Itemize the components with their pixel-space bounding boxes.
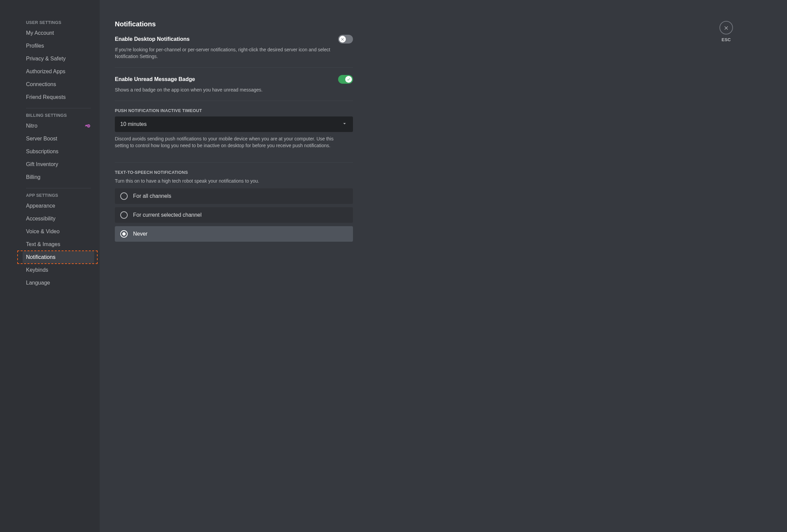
sidebar-item-label: Text & Images — [26, 241, 60, 248]
sidebar-item-my-account[interactable]: My Account — [23, 27, 94, 39]
radio-button-icon — [120, 193, 128, 200]
sidebar-item-gift-inventory[interactable]: Gift Inventory — [23, 158, 94, 171]
sidebar-item-label: Profiles — [26, 43, 44, 49]
radio-button-icon — [120, 211, 128, 219]
sidebar-item-label: Keybinds — [26, 267, 48, 273]
svg-point-1 — [88, 126, 89, 127]
nitro-icon — [85, 123, 91, 129]
sidebar-item-nitro[interactable]: Nitro — [23, 120, 94, 132]
select-push-timeout[interactable]: 10 minutes — [115, 116, 353, 132]
close-button[interactable] — [720, 21, 733, 35]
sidebar-divider — [26, 188, 91, 189]
close-icon — [723, 25, 729, 30]
sidebar-item-label: Server Boost — [26, 135, 57, 142]
content-area: ESC Notifications Enable Desktop Notific… — [100, 0, 787, 532]
sidebar-item-label: Subscriptions — [26, 148, 59, 155]
chevron-down-icon — [341, 120, 347, 128]
sidebar-category-header: APP SETTINGS — [23, 193, 94, 200]
toggle-thumb — [345, 76, 352, 83]
sidebar-item-label: Billing — [26, 174, 41, 181]
toggle-desktop-notifications[interactable] — [338, 35, 353, 44]
divider — [115, 67, 353, 67]
sidebar-item-accessibility[interactable]: Accessibility — [23, 213, 94, 225]
section-label: TEXT-TO-SPEECH NOTIFICATIONS — [115, 170, 353, 175]
sidebar-item-label: Notifications — [26, 254, 56, 261]
sidebar-item-text-images[interactable]: Text & Images — [23, 238, 94, 250]
divider — [115, 101, 353, 101]
x-icon — [340, 37, 344, 41]
sidebar-item-authorized-apps[interactable]: Authorized Apps — [23, 66, 94, 77]
radio-tts-for-all-channels[interactable]: For all channels — [115, 189, 353, 204]
close-area: ESC — [720, 21, 733, 42]
radio-tts-never[interactable]: Never — [115, 226, 353, 242]
radio-tts-for-current-selected-channel[interactable]: For current selected channel — [115, 207, 353, 223]
sidebar-item-voice-video[interactable]: Voice & Video — [23, 225, 94, 238]
setting-title: Enable Desktop Notifications — [115, 36, 190, 42]
divider — [115, 162, 353, 163]
esc-label: ESC — [720, 37, 733, 42]
setting-title: Enable Unread Message Badge — [115, 76, 195, 82]
sidebar-item-subscriptions[interactable]: Subscriptions — [23, 146, 94, 158]
sidebar-item-label: Privacy & Safety — [26, 56, 66, 62]
radio-label: Never — [133, 231, 148, 237]
sidebar-item-label: Connections — [26, 81, 56, 88]
sidebar-item-label: Accessibility — [26, 215, 56, 222]
sidebar-item-label: Gift Inventory — [26, 161, 58, 168]
section-sub: Turn this on to have a high tech robot s… — [115, 178, 353, 184]
sidebar-item-label: My Account — [26, 30, 54, 37]
sidebar-item-billing[interactable]: Billing — [23, 171, 94, 183]
sidebar-item-label: Authorized Apps — [26, 68, 66, 75]
radio-label: For current selected channel — [133, 212, 201, 218]
setting-tts: TEXT-TO-SPEECH NOTIFICATIONS Turn this o… — [115, 170, 353, 242]
sidebar-item-server-boost[interactable]: Server Boost — [23, 133, 94, 145]
settings-sidebar: USER SETTINGSMy AccountProfilesPrivacy &… — [0, 0, 100, 532]
sidebar-item-notifications[interactable]: Notifications — [23, 251, 94, 263]
sidebar-item-appearance[interactable]: Appearance — [23, 200, 94, 212]
toggle-unread-badge[interactable] — [338, 75, 353, 84]
sidebar-item-label: Friend Requests — [26, 94, 66, 101]
sidebar-item-profiles[interactable]: Profiles — [23, 40, 94, 52]
select-value: 10 minutes — [120, 121, 147, 127]
sidebar-divider — [26, 108, 91, 108]
sidebar-category-header: BILLING SETTINGS — [23, 113, 94, 120]
setting-desc: If you're looking for per-channel or per… — [115, 46, 344, 60]
sidebar-item-label: Language — [26, 280, 50, 286]
setting-desktop-notifications: Enable Desktop Notifications If you're l… — [115, 35, 353, 60]
sidebar-item-label: Appearance — [26, 202, 55, 209]
setting-desc: Shows a red badge on the app icon when y… — [115, 86, 344, 93]
sidebar-category-header: USER SETTINGS — [23, 20, 94, 27]
sidebar-item-language[interactable]: Language — [23, 277, 94, 289]
radio-button-icon — [120, 230, 128, 238]
check-icon — [346, 77, 350, 81]
page-title: Notifications — [115, 20, 353, 28]
radio-label: For all channels — [133, 193, 171, 199]
sidebar-item-label: Voice & Video — [26, 228, 60, 235]
sidebar-item-label: Nitro — [26, 123, 38, 129]
setting-desc: Discord avoids sending push notification… — [115, 135, 344, 149]
sidebar-item-keybinds[interactable]: Keybinds — [23, 264, 94, 276]
sidebar-item-connections[interactable]: Connections — [23, 78, 94, 90]
setting-unread-badge: Enable Unread Message Badge Shows a red … — [115, 75, 353, 93]
sidebar-item-privacy-safety[interactable]: Privacy & Safety — [23, 53, 94, 65]
toggle-thumb — [339, 36, 346, 43]
setting-push-timeout: PUSH NOTIFICATION INACTIVE TIMEOUT 10 mi… — [115, 108, 353, 149]
sidebar-item-friend-requests[interactable]: Friend Requests — [23, 91, 94, 103]
section-label: PUSH NOTIFICATION INACTIVE TIMEOUT — [115, 108, 353, 113]
